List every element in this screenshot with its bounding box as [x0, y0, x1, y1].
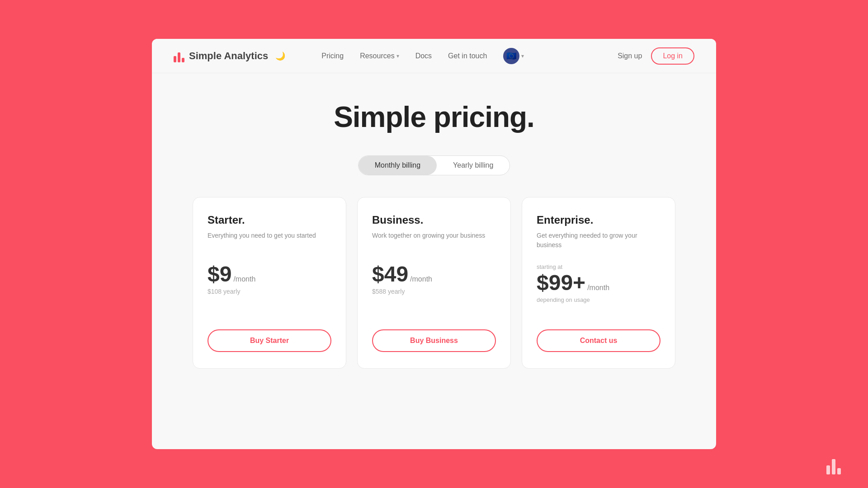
billing-toggle: Monthly billing Yearly billing — [358, 155, 510, 175]
cta-button-1[interactable]: Buy Business — [372, 329, 496, 352]
starting-at-2: starting at — [537, 263, 660, 270]
plan-description-1: Work together on growing your business — [372, 231, 496, 251]
bar-1 — [174, 56, 176, 62]
deco-bar-2 — [832, 459, 835, 474]
main-window: Simple Analytics 🌙 Pricing Resources ▾ D… — [152, 39, 716, 449]
nav-pricing[interactable]: Pricing — [321, 52, 344, 60]
nav-links: Pricing Resources ▾ Docs Get in touch 🇪🇺… — [321, 48, 524, 64]
bar-3 — [182, 58, 184, 62]
plan-description-2: Get everything needed to grow your busin… — [537, 231, 660, 251]
deco-bar-3 — [837, 468, 841, 474]
price-yearly-1: $588 yearly — [372, 288, 496, 295]
plan-name-2: Enterprise. — [537, 214, 660, 226]
depending-2: depending on usage — [537, 296, 660, 303]
pricing-card-0: Starter.Everything you need to get you s… — [193, 197, 346, 369]
navigation: Simple Analytics 🌙 Pricing Resources ▾ D… — [152, 39, 716, 73]
plan-description-0: Everything you need to get you started — [208, 231, 331, 251]
page-title: Simple pricing. — [334, 100, 534, 134]
nav-docs[interactable]: Docs — [415, 52, 432, 60]
yearly-billing-button[interactable]: Yearly billing — [437, 156, 509, 175]
eu-flag-icon: 🇪🇺 — [503, 48, 519, 64]
sign-up-link[interactable]: Sign up — [618, 52, 642, 60]
price-main-0: $9 — [208, 263, 231, 285]
nav-eu-flag[interactable]: 🇪🇺 ▾ — [503, 48, 524, 64]
price-yearly-0: $108 yearly — [208, 288, 331, 295]
cta-button-0[interactable]: Buy Starter — [208, 329, 331, 352]
dark-mode-icon: 🌙 — [275, 51, 285, 61]
nav-right: Sign up Log in — [618, 47, 694, 65]
price-row-0: $9 /month — [208, 263, 331, 285]
chevron-down-icon: ▾ — [396, 53, 399, 59]
nav-resources[interactable]: Resources ▾ — [360, 52, 399, 60]
price-period-2: /month — [587, 284, 609, 292]
price-row-2: $99+ /month — [537, 272, 660, 294]
decorative-chart — [826, 459, 841, 474]
logo-link[interactable]: Simple Analytics 🌙 — [174, 50, 285, 62]
content-area: Simple pricing. Monthly billing Yearly b… — [152, 73, 716, 449]
pricing-card-1: Business.Work together on growing your b… — [357, 197, 511, 369]
plan-name-1: Business. — [372, 214, 496, 226]
price-main-2: $99+ — [537, 272, 585, 294]
nav-get-in-touch[interactable]: Get in touch — [448, 52, 487, 60]
plan-name-0: Starter. — [208, 214, 331, 226]
chevron-down-icon: ▾ — [521, 53, 524, 59]
brand-name: Simple Analytics — [189, 50, 268, 62]
cta-button-2[interactable]: Contact us — [537, 329, 660, 352]
pricing-card-2: Enterprise.Get everything needed to grow… — [522, 197, 675, 369]
price-row-1: $49 /month — [372, 263, 496, 285]
logo-icon — [174, 50, 184, 62]
price-period-0: /month — [233, 275, 255, 283]
bar-2 — [178, 52, 180, 62]
price-main-1: $49 — [372, 263, 408, 285]
price-period-1: /month — [410, 275, 432, 283]
deco-bar-1 — [826, 465, 830, 474]
pricing-cards: Starter.Everything you need to get you s… — [174, 197, 694, 369]
login-button[interactable]: Log in — [651, 47, 694, 65]
monthly-billing-button[interactable]: Monthly billing — [359, 156, 437, 175]
